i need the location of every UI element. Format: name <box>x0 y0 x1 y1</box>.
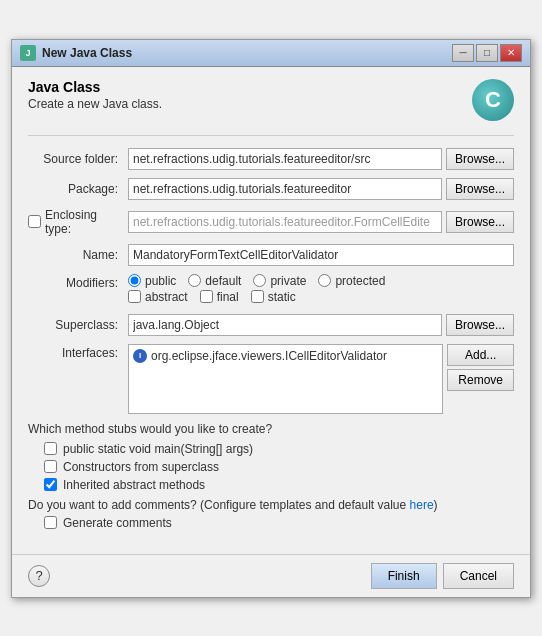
inherited-row: Inherited abstract methods <box>44 478 514 492</box>
package-row: Package: Browse... <box>28 178 514 200</box>
enclosing-type-check-area: Enclosing type: <box>28 208 128 236</box>
modifier-default-label: default <box>205 274 241 288</box>
modifier-public-radio[interactable] <box>128 274 141 287</box>
package-input[interactable] <box>128 178 442 200</box>
superclass-browse-button[interactable]: Browse... <box>446 314 514 336</box>
window-title: New Java Class <box>42 46 132 60</box>
dialog-content: Java Class Create a new Java class. C So… <box>12 67 530 546</box>
generate-comments-checkbox[interactable] <box>44 516 57 529</box>
cancel-button[interactable]: Cancel <box>443 563 514 589</box>
modifier-private-label: private <box>270 274 306 288</box>
modifier-static-checkbox[interactable] <box>251 290 264 303</box>
interfaces-buttons: Add... Remove <box>447 344 514 391</box>
header-text: Java Class Create a new Java class. <box>28 79 162 111</box>
name-input[interactable] <box>128 244 514 266</box>
modifier-abstract-checkbox[interactable] <box>128 290 141 303</box>
add-interface-button[interactable]: Add... <box>447 344 514 366</box>
interface-value: org.eclipse.jface.viewers.ICellEditorVal… <box>151 349 387 363</box>
name-row: Name: <box>28 244 514 266</box>
close-button[interactable]: ✕ <box>500 44 522 62</box>
method-stubs-title: Which method stubs would you like to cre… <box>28 422 514 436</box>
enclosing-type-checkbox[interactable] <box>28 215 41 228</box>
modifier-protected-option[interactable]: protected <box>318 274 385 288</box>
modifier-private-radio[interactable] <box>253 274 266 287</box>
package-label: Package: <box>28 182 128 196</box>
source-folder-row: Source folder: Browse... <box>28 148 514 170</box>
main-method-row: public static void main(String[] args) <box>44 442 514 456</box>
modifier-static-option[interactable]: static <box>251 290 296 304</box>
title-bar: J New Java Class ─ □ ✕ <box>12 40 530 67</box>
interfaces-row: Interfaces: I org.eclipse.jface.viewers.… <box>28 344 514 414</box>
minimize-button[interactable]: ─ <box>452 44 474 62</box>
modifiers-row1: public default private protected <box>128 274 514 288</box>
maximize-button[interactable]: □ <box>476 44 498 62</box>
title-bar-left: J New Java Class <box>20 45 132 61</box>
modifier-private-option[interactable]: private <box>253 274 306 288</box>
modifier-abstract-label: abstract <box>145 290 188 304</box>
source-folder-browse-button[interactable]: Browse... <box>446 148 514 170</box>
modifiers-row2: abstract final static <box>128 290 514 304</box>
eclipse-logo-icon: C <box>472 79 514 121</box>
window-icon: J <box>20 45 36 61</box>
main-method-checkbox[interactable] <box>44 442 57 455</box>
header-divider <box>28 135 514 136</box>
modifiers-row: Modifiers: public default private <box>28 274 514 306</box>
comments-link[interactable]: here <box>410 498 434 512</box>
dialog-title: Java Class <box>28 79 162 95</box>
modifier-final-label: final <box>217 290 239 304</box>
remove-interface-button[interactable]: Remove <box>447 369 514 391</box>
superclass-row: Superclass: Browse... <box>28 314 514 336</box>
main-window: J New Java Class ─ □ ✕ Java Class Create… <box>11 39 531 598</box>
bottom-bar: ? Finish Cancel <box>12 554 530 597</box>
modifier-default-radio[interactable] <box>188 274 201 287</box>
modifiers-label: Modifiers: <box>28 274 128 290</box>
comments-question: Do you want to add comments? (Configure … <box>28 498 410 512</box>
modifier-abstract-option[interactable]: abstract <box>128 290 188 304</box>
modifier-default-option[interactable]: default <box>188 274 241 288</box>
generate-comments-row: Generate comments <box>44 516 514 530</box>
superclass-label: Superclass: <box>28 318 128 332</box>
constructors-label: Constructors from superclass <box>63 460 219 474</box>
enclosing-type-label: Enclosing type: <box>45 208 126 236</box>
inherited-checkbox[interactable] <box>44 478 57 491</box>
help-button[interactable]: ? <box>28 565 50 587</box>
generate-comments-label: Generate comments <box>63 516 172 530</box>
comments-section: Do you want to add comments? (Configure … <box>28 498 514 512</box>
enclosing-type-row: Enclosing type: Browse... <box>28 208 514 236</box>
interfaces-label: Interfaces: <box>28 344 128 360</box>
modifier-final-checkbox[interactable] <box>200 290 213 303</box>
enclosing-type-input[interactable] <box>128 211 442 233</box>
finish-button[interactable]: Finish <box>371 563 437 589</box>
dialog-subtitle: Create a new Java class. <box>28 97 162 111</box>
modifiers-section: public default private protected <box>128 274 514 306</box>
interface-icon: I <box>133 349 147 363</box>
inherited-label: Inherited abstract methods <box>63 478 205 492</box>
modifier-protected-label: protected <box>335 274 385 288</box>
modifier-public-label: public <box>145 274 176 288</box>
constructors-checkbox[interactable] <box>44 460 57 473</box>
main-method-label: public static void main(String[] args) <box>63 442 253 456</box>
name-label: Name: <box>28 248 128 262</box>
source-folder-label: Source folder: <box>28 152 128 166</box>
title-buttons: ─ □ ✕ <box>452 44 522 62</box>
enclosing-type-browse-button[interactable]: Browse... <box>446 211 514 233</box>
modifier-protected-radio[interactable] <box>318 274 331 287</box>
interfaces-box: I org.eclipse.jface.viewers.ICellEditorV… <box>128 344 443 414</box>
modifier-public-option[interactable]: public <box>128 274 176 288</box>
modifier-final-option[interactable]: final <box>200 290 239 304</box>
interface-item: I org.eclipse.jface.viewers.ICellEditorV… <box>133 349 438 363</box>
comments-end: ) <box>434 498 438 512</box>
action-buttons: Finish Cancel <box>371 563 514 589</box>
package-browse-button[interactable]: Browse... <box>446 178 514 200</box>
superclass-input[interactable] <box>128 314 442 336</box>
modifier-static-label: static <box>268 290 296 304</box>
dialog-header: Java Class Create a new Java class. C <box>28 79 514 121</box>
source-folder-input[interactable] <box>128 148 442 170</box>
constructors-row: Constructors from superclass <box>44 460 514 474</box>
